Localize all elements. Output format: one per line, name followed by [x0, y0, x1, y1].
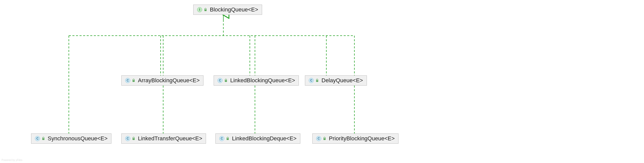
lock-icon: [323, 137, 326, 140]
svg-rect-17: [324, 138, 326, 140]
class-icon: C: [125, 136, 130, 141]
node-label: DelayQueue<E>: [321, 77, 363, 84]
node-label: LinkedBlockingQueue<E>: [230, 77, 295, 84]
node-blockingqueue[interactable]: I BlockingQueue<E>: [193, 5, 262, 15]
lock-icon: [224, 79, 228, 82]
svg-rect-15: [133, 138, 135, 140]
svg-rect-12: [225, 80, 227, 82]
interface-icon: I: [197, 7, 202, 12]
class-hierarchy-diagram: I BlockingQueue<E> C ArrayBlockingQueue<…: [0, 0, 644, 163]
node-linkedblockingqueue[interactable]: C LinkedBlockingQueue<E>: [214, 75, 299, 86]
node-linkedblockingdeque[interactable]: C LinkedBlockingDeque<E>: [215, 133, 300, 144]
node-label: LinkedTransferQueue<E>: [138, 135, 202, 142]
node-delayqueue[interactable]: C DelayQueue<E>: [305, 75, 367, 86]
node-label: LinkedBlockingDeque<E>: [232, 135, 297, 142]
watermark-text: Powered by yFiles: [2, 159, 22, 161]
node-label: ArrayBlockingQueue<E>: [138, 77, 200, 84]
class-icon: C: [217, 78, 223, 83]
node-priorityblockingqueue[interactable]: C PriorityBlockingQueue<E>: [312, 133, 398, 144]
node-label: PriorityBlockingQueue<E>: [329, 135, 395, 142]
svg-rect-13: [316, 80, 318, 82]
node-synchronousqueue[interactable]: C SynchronousQueue<E>: [31, 133, 111, 144]
lock-icon: [132, 79, 135, 82]
node-arrayblockingqueue[interactable]: C ArrayBlockingQueue<E>: [121, 75, 203, 86]
class-icon: C: [35, 136, 40, 141]
lock-icon: [204, 8, 207, 11]
svg-rect-14: [42, 138, 44, 140]
svg-rect-10: [204, 9, 207, 11]
class-icon: C: [125, 78, 130, 83]
svg-rect-16: [227, 138, 229, 140]
svg-rect-11: [133, 80, 135, 82]
class-icon: C: [309, 78, 314, 83]
lock-icon: [315, 79, 319, 82]
node-label: SynchronousQueue<E>: [48, 135, 108, 142]
node-label: BlockingQueue<E>: [210, 6, 258, 13]
lock-icon: [226, 137, 229, 140]
node-linkedtransferqueue[interactable]: C LinkedTransferQueue<E>: [121, 133, 206, 144]
lock-icon: [42, 137, 45, 140]
class-icon: C: [219, 136, 224, 141]
lock-icon: [132, 137, 135, 140]
class-icon: C: [316, 136, 321, 141]
